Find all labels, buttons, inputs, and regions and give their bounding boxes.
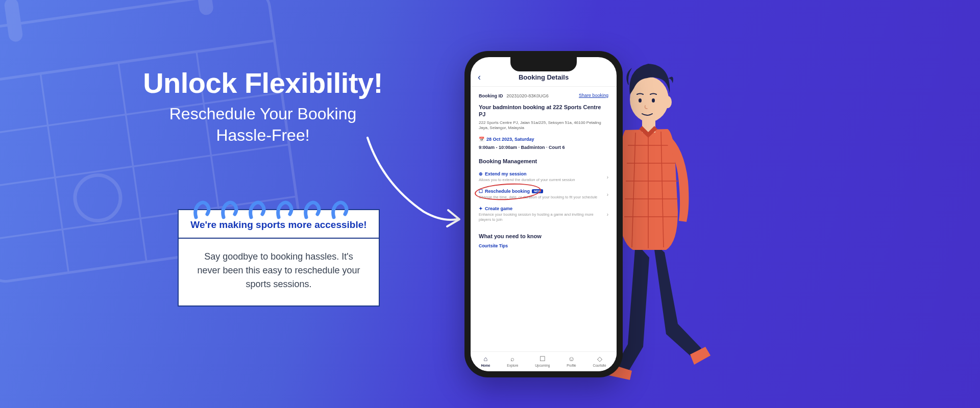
booking-address: 222 Sports Centre PJ, Jalan 51a/225, Sek… [479,120,608,131]
svg-point-10 [72,172,124,224]
game-icon: ✦ [479,206,483,211]
chevron-right-icon: › [607,192,608,197]
nav-explore[interactable]: ⌕ Explore [507,355,518,367]
notepad-body: Say goodbye to booking hassles. It's nev… [179,239,379,305]
svg-point-23 [664,96,672,108]
booking-id-row: Booking ID 20231020-83K0UG6 Share bookin… [479,93,608,98]
bottom-nav: ⌂ Home ⌕ Explore ☐ Upcoming ☺ Profile ◇ … [471,351,617,371]
app-header-title: Booking Details [519,73,569,81]
phone-mockup: ‹ Booking Details Booking ID 20231020-83… [464,51,623,377]
know-section-title: What you need to know [479,233,608,239]
phone-screen: ‹ Booking Details Booking ID 20231020-83… [471,57,617,371]
share-booking-link[interactable]: Share booking [579,93,608,98]
management-item-extend[interactable]: ⊕ Extend my session Allows you to extend… [479,168,608,186]
new-badge: NEW [532,189,543,193]
notepad-body-container: We're making sports more accessible! Say… [178,209,380,307]
svg-point-24 [639,98,642,103]
search-icon: ⌕ [510,355,514,363]
back-icon[interactable]: ‹ [478,72,481,83]
calendar-nav-icon: ☐ [540,355,546,363]
chevron-right-icon: › [607,211,608,217]
hero-headline: Unlock Flexibility! [122,66,403,99]
chevron-right-icon: › [607,174,608,180]
notepad-card: We're making sports more accessible! Say… [178,199,380,307]
pin-icon: ◇ [597,355,602,363]
svg-rect-9 [194,0,214,16]
booking-id-label: Booking ID [479,93,503,98]
nav-profile[interactable]: ☺ Profile [567,355,576,367]
management-item-reschedule[interactable]: ☐ Reschedule booking NEW Change the time… [479,186,608,203]
calendar-edit-icon: ☐ [479,189,483,194]
svg-rect-8 [4,0,23,42]
profile-icon: ☺ [568,355,575,363]
calendar-icon: 📅 [479,137,484,142]
booking-time-slot: 9:00am - 10:00am · Badminton · Court 6 [479,145,608,150]
tips-label: Courtsite Tips [479,243,608,248]
nav-home[interactable]: ⌂ Home [481,355,490,367]
clock-icon: ⊕ [479,171,483,176]
booking-date: 📅 28 Oct 2023, Saturday [479,137,608,142]
nav-upcoming[interactable]: ☐ Upcoming [535,355,550,367]
nav-courtsite[interactable]: ◇ Courtsite [593,355,606,367]
phone-notch [510,57,577,71]
booking-id-value: 20231020-83K0UG6 [506,93,549,98]
arrow-decoration [357,133,470,235]
notepad-rings-decoration [178,199,380,219]
management-item-create-game[interactable]: ✦ Create game Enhance your booking sessi… [479,203,608,225]
booking-title: Your badminton booking at 222 Sports Cen… [479,104,608,118]
home-icon: ⌂ [484,355,488,363]
svg-line-5 [40,73,68,272]
booking-management-title: Booking Management [479,158,608,164]
svg-line-3 [0,144,289,188]
svg-point-25 [652,98,655,103]
